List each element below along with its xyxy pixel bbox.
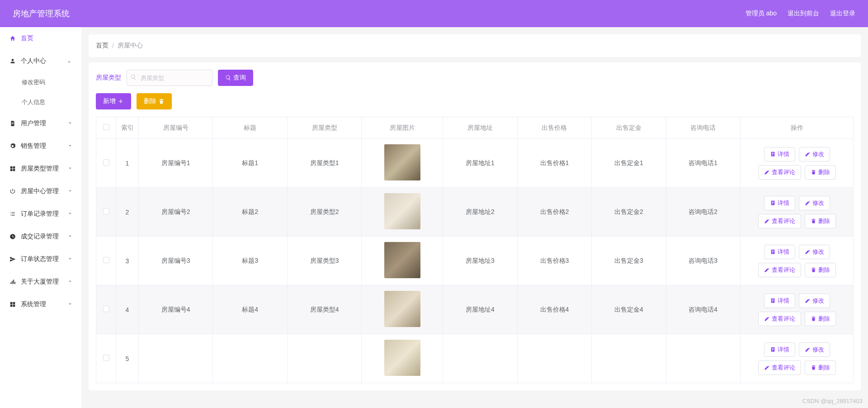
th-code: 房屋编号 bbox=[139, 117, 213, 139]
trash-icon bbox=[811, 169, 816, 175]
trash-icon bbox=[811, 316, 816, 322]
edit-icon bbox=[805, 200, 811, 206]
sidebar-item-order-status[interactable]: 订单状态管理 bbox=[0, 248, 81, 270]
logout-link[interactable]: 退出登录 bbox=[830, 9, 855, 18]
sidebar-item-label: 房屋类型管理 bbox=[21, 165, 67, 173]
cell-phone: 咨询电话3 bbox=[666, 237, 740, 285]
th-op: 操作 bbox=[741, 117, 854, 139]
house-image[interactable] bbox=[384, 144, 420, 180]
breadcrumb-current: 房屋中心 bbox=[118, 42, 143, 50]
cell-phone bbox=[666, 334, 740, 383]
sidebar-home[interactable]: 首页 bbox=[0, 27, 81, 50]
search-input[interactable] bbox=[127, 70, 212, 86]
cell-title bbox=[213, 334, 287, 383]
th-title: 标题 bbox=[213, 117, 287, 139]
table-row: 4 房屋编号4 标题4 房屋类型4 房屋地址4 出售价格4 出售定金4 咨询电话… bbox=[96, 285, 854, 334]
submenu-profile[interactable]: 个人信息 bbox=[0, 92, 81, 112]
sidebar-item-deal-record[interactable]: 成交记录管理 bbox=[0, 225, 81, 248]
edit-button[interactable]: 修改 bbox=[799, 245, 830, 259]
to-front-link[interactable]: 退出到前台 bbox=[788, 9, 819, 18]
admin-label[interactable]: 管理员 abo bbox=[745, 9, 777, 18]
chevron-down-icon bbox=[67, 256, 72, 263]
detail-button[interactable]: 详情 bbox=[764, 342, 795, 357]
breadcrumb-sep: / bbox=[112, 42, 114, 49]
row-checkbox[interactable] bbox=[103, 306, 109, 312]
row-checkbox[interactable] bbox=[103, 257, 109, 263]
cell-code: 房屋编号3 bbox=[139, 237, 213, 285]
chevron-down-icon bbox=[67, 233, 72, 241]
delete-button[interactable]: 删除 bbox=[137, 93, 172, 109]
sidebar-item-label: 关于大厦管理 bbox=[21, 278, 67, 286]
add-button[interactable]: 新增 bbox=[96, 93, 131, 109]
main-content: 首页 / 房屋中心 房屋类型 查询 新增 bbox=[81, 27, 868, 408]
row-delete-button[interactable]: 删除 bbox=[805, 312, 836, 326]
sidebar-item-order-record[interactable]: 订单记录管理 bbox=[0, 203, 81, 225]
cell-op: 详情 修改 查看评论 删除 bbox=[741, 139, 854, 188]
house-image[interactable] bbox=[384, 193, 420, 229]
review-button[interactable]: 查看评论 bbox=[758, 165, 801, 180]
chevron-down-icon bbox=[67, 301, 72, 308]
breadcrumb: 首页 / 房屋中心 bbox=[96, 42, 854, 50]
row-checkbox[interactable] bbox=[103, 159, 109, 166]
trash-icon bbox=[158, 98, 165, 104]
search-button[interactable]: 查询 bbox=[218, 70, 253, 86]
sidebar-item-building[interactable]: 关于大厦管理 bbox=[0, 270, 81, 293]
row-checkbox[interactable] bbox=[103, 208, 109, 214]
sidebar-item-system[interactable]: 系统管理 bbox=[0, 293, 81, 316]
table-row: 2 房屋编号2 标题2 房屋类型2 房屋地址2 出售价格2 出售定金2 咨询电话… bbox=[96, 188, 854, 237]
detail-button[interactable]: 详情 bbox=[764, 147, 795, 161]
cell-img bbox=[362, 285, 443, 334]
row-delete-button[interactable]: 删除 bbox=[805, 263, 836, 277]
app-header: 房地产管理系统 管理员 abo 退出到前台 退出登录 bbox=[0, 0, 868, 27]
edit-button[interactable]: 修改 bbox=[799, 342, 830, 357]
trash-icon bbox=[811, 267, 816, 273]
home-icon bbox=[9, 35, 16, 42]
cell-op: 详情 修改 查看评论 删除 bbox=[741, 334, 854, 383]
breadcrumb-home[interactable]: 首页 bbox=[96, 42, 108, 50]
house-image[interactable] bbox=[384, 242, 420, 278]
cell-price: 出售价格4 bbox=[517, 285, 591, 334]
house-image[interactable] bbox=[384, 291, 420, 327]
cell-price: 出售价格1 bbox=[517, 139, 591, 188]
grid-icon bbox=[9, 301, 16, 308]
sidebar-item-label: 系统管理 bbox=[21, 300, 67, 308]
th-phone: 咨询电话 bbox=[666, 117, 740, 139]
cell-idx: 5 bbox=[116, 334, 139, 383]
row-delete-button[interactable]: 删除 bbox=[805, 214, 836, 228]
edit-button[interactable]: 修改 bbox=[799, 196, 830, 210]
sidebar-item-house-type[interactable]: 房屋类型管理 bbox=[0, 157, 81, 180]
review-button[interactable]: 查看评论 bbox=[758, 214, 801, 228]
review-button[interactable]: 查看评论 bbox=[758, 263, 801, 277]
plus-icon bbox=[118, 98, 124, 104]
breadcrumb-card: 首页 / 房屋中心 bbox=[89, 34, 861, 57]
cell-type: 房屋类型2 bbox=[287, 188, 361, 237]
cell-op: 详情 修改 查看评论 删除 bbox=[741, 237, 854, 285]
th-img: 房屋图片 bbox=[362, 117, 443, 139]
cell-type: 房屋类型3 bbox=[287, 237, 361, 285]
sidebar-item-label: 个人中心 bbox=[21, 57, 67, 65]
sidebar: 首页 个人中心 修改密码 个人信息 用户管理 销售管理 房屋类型管理 房屋中心管… bbox=[0, 27, 81, 408]
sidebar-item-house-center[interactable]: 房屋中心管理 bbox=[0, 180, 81, 203]
filter-label: 房屋类型 bbox=[96, 74, 121, 82]
sidebar-item-personal[interactable]: 个人中心 bbox=[0, 50, 81, 72]
row-delete-button[interactable]: 删除 bbox=[805, 165, 836, 180]
detail-button[interactable]: 详情 bbox=[764, 294, 795, 308]
header-right: 管理员 abo 退出到前台 退出登录 bbox=[745, 9, 855, 18]
cell-price: 出售价格3 bbox=[517, 237, 591, 285]
submenu-change-password[interactable]: 修改密码 bbox=[0, 72, 81, 92]
sidebar-item-label: 用户管理 bbox=[21, 119, 67, 128]
row-delete-button[interactable]: 删除 bbox=[805, 361, 836, 375]
power-icon bbox=[9, 188, 16, 195]
sidebar-item-sales-mgmt[interactable]: 销售管理 bbox=[0, 135, 81, 157]
review-button[interactable]: 查看评论 bbox=[758, 312, 801, 326]
house-image[interactable] bbox=[384, 340, 420, 376]
edit-icon bbox=[764, 169, 770, 175]
detail-button[interactable]: 详情 bbox=[764, 245, 795, 259]
edit-button[interactable]: 修改 bbox=[799, 147, 830, 161]
sidebar-item-user-mgmt[interactable]: 用户管理 bbox=[0, 112, 81, 135]
edit-button[interactable]: 修改 bbox=[799, 294, 830, 308]
detail-button[interactable]: 详情 bbox=[764, 196, 795, 210]
select-all-checkbox[interactable] bbox=[103, 124, 109, 130]
row-checkbox[interactable] bbox=[103, 355, 109, 361]
review-button[interactable]: 查看评论 bbox=[758, 361, 801, 375]
